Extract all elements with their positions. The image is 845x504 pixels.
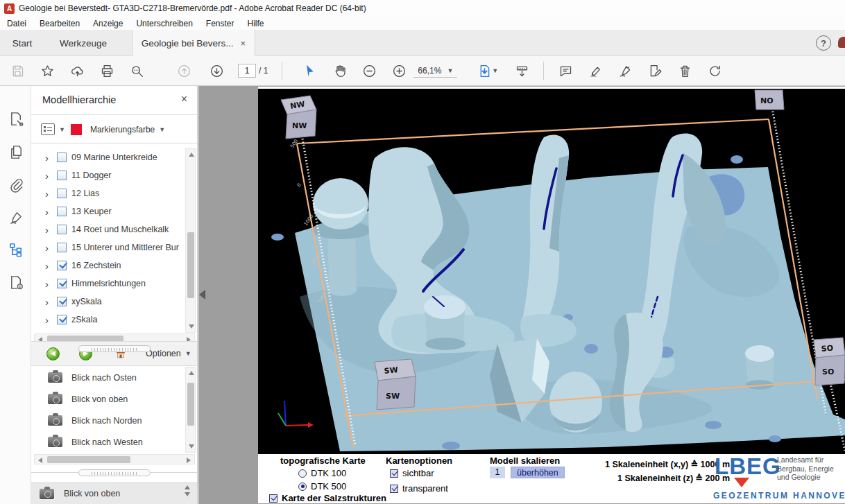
print-button[interactable] bbox=[95, 60, 119, 82]
hand-tool-button[interactable] bbox=[327, 60, 351, 82]
attachments-button[interactable] bbox=[6, 174, 26, 195]
visibility-checkbox[interactable] bbox=[57, 171, 67, 180]
exaggerate-button[interactable]: überhöhen bbox=[511, 467, 565, 478]
radio-dtk100[interactable]: DTK 100 bbox=[298, 468, 346, 478]
expand-chevron-icon[interactable]: › bbox=[45, 225, 52, 235]
menu-item[interactable]: Unterschreiben bbox=[136, 19, 192, 28]
view-item[interactable]: Blick nach Osten bbox=[31, 367, 197, 388]
visibility-checkbox[interactable] bbox=[57, 297, 67, 306]
current-view-bar[interactable]: Blick von oben bbox=[31, 483, 197, 504]
tree-row[interactable]: › 16 Zechstein bbox=[31, 257, 197, 275]
menu-item[interactable]: Fenster bbox=[206, 19, 234, 28]
expand-chevron-icon[interactable]: › bbox=[45, 261, 52, 271]
zoom-out-button[interactable] bbox=[357, 60, 381, 82]
tab-start[interactable]: Start bbox=[0, 30, 44, 56]
star-button[interactable] bbox=[35, 60, 59, 82]
page-number-input[interactable]: 1 bbox=[238, 64, 256, 78]
menu-item[interactable]: Hilfe bbox=[248, 19, 264, 28]
export-pdf-button[interactable] bbox=[6, 108, 26, 129]
menu-item[interactable]: Anzeige bbox=[93, 19, 123, 28]
visibility-checkbox[interactable] bbox=[57, 207, 67, 216]
tree-row[interactable]: › zSkala bbox=[31, 311, 197, 329]
views-vertical-scrollbar[interactable] bbox=[185, 367, 196, 453]
scale-value-input[interactable]: 1 bbox=[490, 467, 505, 478]
comment-button[interactable] bbox=[554, 60, 577, 82]
tree-row[interactable]: › 12 Lias bbox=[31, 184, 197, 202]
scroll-mode-button[interactable] bbox=[510, 60, 534, 82]
checkbox-icon[interactable] bbox=[390, 469, 398, 478]
panel-splitter[interactable] bbox=[31, 469, 197, 477]
visibility-checkbox[interactable] bbox=[57, 279, 67, 288]
visibility-checkbox[interactable] bbox=[57, 243, 67, 252]
visibility-checkbox[interactable] bbox=[57, 153, 67, 162]
expand-chevron-icon[interactable]: › bbox=[45, 243, 52, 253]
3d-viewport[interactable]: 5000100020003000 NW NW NO bbox=[258, 89, 845, 454]
fit-page-button[interactable]: ▼ bbox=[472, 60, 503, 82]
expand-chevron-icon[interactable]: › bbox=[45, 297, 52, 307]
checkbox-icon[interactable] bbox=[390, 485, 398, 493]
tree-row[interactable]: › Himmelsrichtungen bbox=[31, 275, 197, 293]
previous-view-button[interactable] bbox=[46, 347, 60, 360]
tab-document[interactable]: Geologie bei Bevers... × bbox=[132, 30, 255, 56]
visible-checkbox-row[interactable]: sichtbar bbox=[390, 468, 434, 478]
save-button[interactable] bbox=[6, 60, 29, 82]
chevron-down-icon[interactable]: ▼ bbox=[59, 126, 65, 133]
share-upload-button[interactable] bbox=[65, 60, 89, 82]
chevron-down-icon[interactable]: ▼ bbox=[159, 126, 165, 133]
salt-map-checkbox-row[interactable]: Karte der Salzstrukturen bbox=[269, 493, 386, 503]
next-page-button[interactable] bbox=[205, 60, 228, 82]
visibility-checkbox[interactable] bbox=[57, 315, 67, 324]
checkbox-icon[interactable] bbox=[269, 494, 278, 503]
visibility-checkbox[interactable] bbox=[57, 225, 67, 234]
tree-row[interactable]: › 09 Marine Unterkreide bbox=[31, 148, 197, 166]
view-spinner[interactable] bbox=[185, 485, 190, 496]
highlight-button[interactable] bbox=[583, 60, 607, 82]
transparent-checkbox-row[interactable]: transparent bbox=[390, 483, 448, 494]
view-item[interactable]: Blick nach Norden bbox=[31, 410, 197, 431]
expand-chevron-icon[interactable]: › bbox=[45, 171, 52, 181]
page-thumbnails-button[interactable] bbox=[6, 141, 26, 162]
tree-row[interactable]: › 11 Dogger bbox=[31, 166, 197, 184]
views-options-dropdown[interactable]: Optionen ▼ bbox=[146, 349, 191, 358]
search-button[interactable] bbox=[125, 60, 148, 82]
expand-chevron-icon[interactable]: › bbox=[45, 315, 52, 325]
expand-chevron-icon[interactable]: › bbox=[45, 189, 52, 199]
views-horizontal-scrollbar[interactable] bbox=[34, 454, 195, 464]
tab-werkzeuge[interactable]: Werkzeuge bbox=[44, 30, 122, 56]
view-item[interactable]: Blick von oben bbox=[31, 388, 197, 410]
refresh-button[interactable] bbox=[703, 60, 726, 82]
tree-options-icon[interactable] bbox=[41, 123, 55, 135]
tree-row[interactable]: › xySkala bbox=[31, 293, 197, 311]
menu-item[interactable]: Datei bbox=[7, 19, 26, 28]
previous-page-button[interactable] bbox=[172, 60, 196, 82]
panel-close-icon[interactable]: × bbox=[181, 93, 187, 105]
expand-chevron-icon[interactable]: › bbox=[45, 207, 52, 217]
tree-vertical-scrollbar[interactable] bbox=[185, 148, 196, 333]
radio-icon[interactable] bbox=[298, 469, 307, 478]
visibility-checkbox[interactable] bbox=[57, 189, 67, 198]
view-item[interactable]: Blick nach Westen bbox=[31, 431, 197, 453]
radio-selected-icon[interactable] bbox=[298, 483, 307, 491]
help-icon[interactable]: ? bbox=[816, 35, 831, 51]
tree-row[interactable]: › 13 Keuper bbox=[31, 202, 197, 220]
document-info-button[interactable] bbox=[6, 272, 26, 293]
expand-chevron-icon[interactable]: › bbox=[45, 279, 52, 289]
signatures-button[interactable] bbox=[6, 207, 26, 227]
zoom-level-combo[interactable]: 66,1% ▼ bbox=[413, 64, 457, 78]
visibility-checkbox[interactable] bbox=[57, 261, 67, 270]
select-tool-button[interactable] bbox=[298, 60, 321, 82]
sign-button[interactable] bbox=[613, 60, 637, 82]
radio-dtk500[interactable]: DTK 500 bbox=[298, 481, 346, 492]
menu-item[interactable]: Bearbeiten bbox=[40, 19, 80, 28]
notifications-bell-icon[interactable] bbox=[838, 37, 845, 48]
fill-sign-button[interactable] bbox=[643, 60, 667, 82]
tab-close-icon[interactable]: × bbox=[241, 38, 246, 49]
model-tree-button[interactable] bbox=[6, 239, 26, 260]
panel-collapse-handle[interactable] bbox=[199, 290, 205, 299]
delete-button[interactable] bbox=[673, 60, 697, 82]
zoom-in-button[interactable] bbox=[387, 60, 411, 82]
tree-row[interactable]: › 15 Unterer und Mittlerer Bur bbox=[31, 238, 197, 257]
expand-chevron-icon[interactable]: › bbox=[45, 153, 52, 163]
marker-color-swatch[interactable] bbox=[71, 124, 82, 135]
tree-row[interactable]: › 14 Roet und Muschelkalk bbox=[31, 220, 197, 238]
